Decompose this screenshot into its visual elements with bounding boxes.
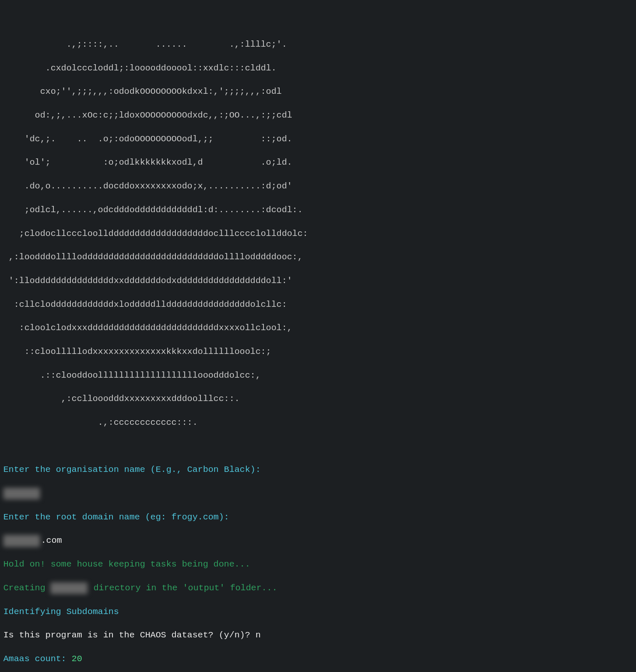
ascii-art-line: ,:ccllooodddxxxxxxxxxdddoolllcc::. (3, 393, 633, 405)
domain-prompt-label: Enter the root domain name (eg: frogy.co… (3, 512, 633, 523)
ascii-art-line: ;odlcl,......,odcdddoddddddddddddl:d:...… (3, 204, 633, 216)
status-housekeeping: Hold on! some house keeping tasks being … (3, 559, 633, 570)
ascii-art-line: .,;::::,.. ...... .,:llllc;'. (3, 39, 633, 50)
ascii-art-line: cxo;'',;;;,,,:ododkOOOOOOOOkdxxl:,';;;;,… (3, 86, 633, 98)
ascii-art-line: 'dc,;. .. .o;:odoOOOOOOOOOodl,;; ::;od. (3, 133, 633, 145)
ascii-art-line: od:,;,...xOc:c;;ldoxOOOOOOOOOdxdc,,:;OO.… (3, 110, 633, 121)
ascii-art-line: ':llodddddddddddddddxxdddddddodxdddddddd… (3, 275, 633, 287)
domain-input-value[interactable]: ███████ (3, 535, 40, 547)
amaas-count: 20 (72, 654, 82, 664)
ascii-art-line: :cllcloddddddddddddxlodddddllddddddddddd… (3, 299, 633, 311)
ascii-art-line: .,:cccccccccccc:::. (3, 417, 633, 429)
status-creating-pre: Creating (3, 583, 50, 593)
ascii-art-line: .do,o..........docddoxxxxxxxxodo;x,.....… (3, 181, 633, 192)
ascii-art-line: ;clodocllcccloolldddddddddddddddddddocll… (3, 228, 633, 240)
org-input-value[interactable]: ███████ (3, 488, 40, 499)
status-creating-post: directory in the 'output' folder... (88, 583, 278, 593)
chaos-answer[interactable]: n (255, 630, 261, 640)
org-prompt-label: Enter the organisation name (E.g., Carbo… (3, 464, 633, 476)
chaos-question: Is this program is in the CHAOS dataset?… (3, 630, 255, 640)
ascii-art-line: ::cloolllllodxxxxxxxxxxxxxxkkkxxdollllll… (3, 346, 633, 358)
status-creating-dir: ███████ (50, 582, 87, 594)
ascii-art-line: 'ol'; :o;odlkkkkkkkxodl,d .o;ld. (3, 157, 633, 168)
status-identifying: Identifying Subdomains (3, 606, 633, 618)
ascii-art-line: .::clooddoolllllllllllllllllllooodddolcc… (3, 370, 633, 381)
ascii-art-line: ,:loodddollllodddddddddddddddddddddddddd… (3, 251, 633, 263)
ascii-art-line: :cloolclodxxxdddddddddddddddddddddddddxx… (3, 322, 633, 334)
ascii-art-line: .cxdolcccloddl;:looooddooool::xxdlc:::cl… (3, 63, 633, 74)
blank-line (3, 441, 633, 452)
amaas-label: Amaas count: (3, 654, 72, 664)
domain-suffix: .com (41, 536, 62, 545)
